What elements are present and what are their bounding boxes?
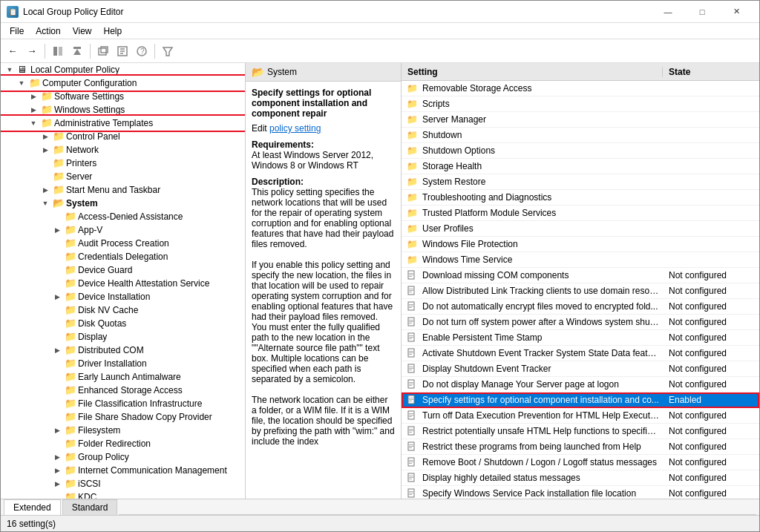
svg-rect-36 (409, 354, 412, 355)
tree-item-file-class[interactable]: ​ 📁 File Classification Infrastructure (1, 397, 245, 410)
right-panel: Setting State 📁Removable Storage Access📁… (402, 63, 759, 499)
tree-item-filesystem[interactable]: ▶ 📁 Filesystem (1, 424, 245, 437)
item-label: System Restore (419, 175, 663, 188)
tree-item-local-computer-policy[interactable]: ▼ 🖥 Local Computer Policy (1, 63, 245, 76)
status-bar: 16 setting(s) (1, 515, 759, 531)
item-label: Display highly detailed status messages (419, 471, 663, 485)
right-list-item[interactable]: 📁Storage Health (402, 159, 759, 174)
tree-item-device-install[interactable]: ▶ 📁 Device Installation (1, 290, 245, 303)
right-list-item[interactable]: Remove Boot / Shutdown / Logon / Logoff … (402, 455, 759, 470)
item-state: Not configured (663, 409, 759, 422)
maximize-button[interactable]: □ (685, 1, 719, 23)
tree-item-app-v[interactable]: ▶ 📁 App-V (1, 223, 245, 237)
right-list-item[interactable]: 📁Server Manager (402, 112, 759, 128)
tree-label: Network (66, 145, 99, 155)
tree-item-kdc[interactable]: ​ 📁 KDC (1, 490, 245, 499)
forward-button[interactable]: → (23, 42, 41, 60)
tree-item-server[interactable]: ​ 📁 Server (1, 170, 245, 183)
tree-item-folder-redir[interactable]: ​ 📁 Folder Redirection (1, 437, 245, 450)
tree-item-printers[interactable]: ​ 📁 Printers (1, 157, 245, 170)
right-list-item[interactable]: Download missing COM componentsNot confi… (402, 268, 759, 283)
tree-item-device-guard[interactable]: ​ 📁 Device Guard (1, 263, 245, 277)
new-window-button[interactable] (94, 42, 112, 60)
right-list-item[interactable]: 📁Shutdown (402, 128, 759, 143)
tree-item-driver-install[interactable]: ​ 📁 Driver Installation (1, 357, 245, 370)
policy-setting-link[interactable]: policy setting (269, 123, 321, 134)
close-button[interactable]: ✕ (719, 1, 753, 23)
middle-scroll[interactable]: Specify settings for optional component … (246, 82, 401, 499)
tree-item-display[interactable]: ​ 📁 Display (1, 330, 245, 344)
tree-item-early-launch[interactable]: ​ 📁 Early Launch Antimalware (1, 370, 245, 384)
right-list-item[interactable]: 📁Shutdown Options (402, 143, 759, 159)
up-button[interactable] (68, 42, 86, 60)
right-list-item[interactable]: 📁Troubleshooting and Diagnostics (402, 190, 759, 206)
right-list-item[interactable]: Do not automatically encrypt files moved… (402, 299, 759, 315)
right-list-item[interactable]: 📁User Profiles (402, 221, 759, 237)
tree-item-credentials[interactable]: ​ 📁 Credentials Delegation (1, 250, 245, 263)
tree-label: Enhanced Storage Access (78, 385, 183, 395)
menu-view[interactable]: View (67, 24, 98, 38)
right-list-item[interactable]: 📁Scripts (402, 96, 759, 112)
right-list-item[interactable]: 📁Windows File Protection (402, 237, 759, 252)
tree-item-software-settings[interactable]: ▶ 📁 Software Settings (1, 90, 245, 103)
tree-label: Computer Configuration (42, 78, 137, 88)
tree-item-device-health[interactable]: ​ 📁 Device Health Attestation Service (1, 277, 245, 290)
svg-rect-44 (409, 385, 412, 386)
tree-item-start-menu[interactable]: ▶ 📁 Start Menu and Taskbar (1, 183, 245, 197)
tree-item-disk-nv[interactable]: ​ 📁 Disk NV Cache (1, 303, 245, 317)
tree-item-disk-quotas[interactable]: ​ 📁 Disk Quotas (1, 317, 245, 330)
tree-item-access-denied[interactable]: ​ 📁 Access-Denied Assistance (1, 210, 245, 223)
right-list-item[interactable]: Turn off Data Execution Prevention for H… (402, 408, 759, 424)
right-list-item[interactable]: Allow Distributed Link Tracking clients … (402, 283, 759, 299)
tree-item-file-share[interactable]: ​ 📁 File Share Shadow Copy Provider (1, 410, 245, 424)
right-list-item[interactable]: Do not turn off system power after a Win… (402, 315, 759, 330)
svg-rect-39 (409, 368, 413, 369)
right-list-item[interactable]: 📁System Restore (402, 174, 759, 190)
svg-rect-42 (409, 382, 413, 383)
right-list-item[interactable]: 📁Windows Time Service (402, 252, 759, 268)
tree-scroll[interactable]: ▼ 🖥 Local Computer Policy ▼ 📁 Computer C… (1, 63, 245, 499)
right-list-item[interactable]: Specify settings for optional component … (402, 393, 759, 408)
right-list-item[interactable]: Display highly detailed status messagesN… (402, 470, 759, 486)
tree-item-internet-comm[interactable]: ▶ 📁 Internet Communication Management (1, 464, 245, 477)
tree-item-iscsi[interactable]: ▶ 📁 iSCSI (1, 477, 245, 490)
folder-icon: 📁 (65, 251, 76, 263)
right-list-item[interactable]: Specify Windows Service Pack installatio… (402, 486, 759, 499)
right-list-item[interactable]: Enable Persistent Time StampNot configur… (402, 330, 759, 346)
tree-item-network[interactable]: ▶ 📁 Network (1, 143, 245, 157)
right-list-item[interactable]: Do not display Manage Your Server page a… (402, 377, 759, 393)
right-list-item[interactable]: 📁Trusted Platform Module Services (402, 206, 759, 221)
folder-icon: 📁 (65, 344, 76, 356)
help-button[interactable]: ? (133, 42, 151, 60)
right-list-item[interactable]: 📁Removable Storage Access (402, 81, 759, 96)
tab-extended[interactable]: Extended (4, 499, 61, 516)
tree-item-computer-config[interactable]: ▼ 📁 Computer Configuration (1, 76, 245, 90)
filter-button[interactable] (159, 42, 177, 60)
folder-icon: 📁 (65, 384, 76, 396)
tree-label: System (66, 198, 98, 208)
properties-button[interactable] (114, 42, 131, 60)
menu-file[interactable]: File (4, 24, 30, 38)
tree-item-group-policy[interactable]: ▶ 📁 Group Policy (1, 450, 245, 464)
minimize-button[interactable]: — (651, 1, 685, 23)
tree-item-admin-templates[interactable]: ▼ 📁 Administrative Templates (1, 116, 245, 130)
tree-item-windows-settings[interactable]: ▶ 📁 Windows Settings (1, 103, 245, 116)
tree-item-enhanced-storage[interactable]: ​ 📁 Enhanced Storage Access (1, 384, 245, 397)
right-list-item[interactable]: Activate Shutdown Event Tracker System S… (402, 346, 759, 361)
tree-label: Disk Quotas (78, 318, 126, 329)
right-list-item[interactable]: Display Shutdown Event TrackerNot config… (402, 361, 759, 377)
tree-item-control-panel[interactable]: ▶ 📁 Control Panel (1, 130, 245, 143)
show-hide-button[interactable] (49, 42, 67, 60)
menu-action[interactable]: Action (30, 24, 66, 38)
tree-item-system[interactable]: ▼ 📂 System (1, 197, 245, 210)
folder-icon: 📁 (65, 264, 76, 276)
right-list[interactable]: 📁Removable Storage Access📁Scripts📁Server… (402, 81, 759, 499)
menu-help[interactable]: Help (98, 24, 128, 38)
right-list-item[interactable]: Restrict potentially unsafe HTML Help fu… (402, 424, 759, 439)
right-list-item[interactable]: Restrict these programs from being launc… (402, 439, 759, 455)
tab-standard[interactable]: Standard (62, 499, 118, 515)
tree-item-distributed-com[interactable]: ▶ 📁 Distributed COM (1, 344, 245, 357)
tree-label: Device Guard (78, 265, 132, 275)
back-button[interactable]: ← (4, 42, 22, 60)
tree-item-audit-process[interactable]: ​ 📁 Audit Process Creation (1, 237, 245, 250)
